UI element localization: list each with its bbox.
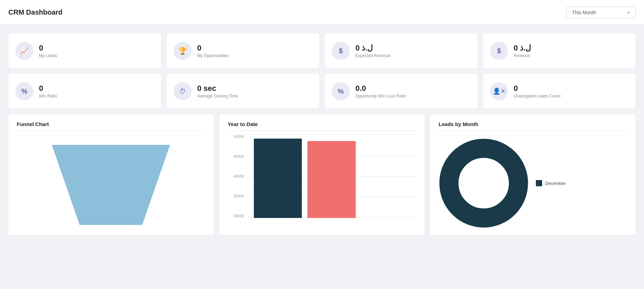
ytd-bars-body [247,134,417,218]
ytd-y-axis: 50000 45000 40000 35000 30000 [228,134,247,218]
trophy-icon: 🏆 [178,47,187,55]
period-selector[interactable]: This Month ▾ [566,7,636,18]
stat-card-unassigned-leads[interactable]: 👤✕ 0 Unassigned Leads Count [483,74,636,109]
stats-row-2: % 0 Win Ratio ⏱ 0 sec Average Closing Ti… [8,74,636,109]
avg-closing-label: Average Closing Time [197,94,238,99]
ytd-chart-card: Year to Date 50000 45000 40000 35000 300… [219,114,425,235]
stat-card-revenue[interactable]: $ 0 ل.ذ Revenue [483,33,636,68]
win-ratio-icon-wrap: % [15,82,33,100]
y-label-40000: 40000 [233,174,244,178]
page-title: CRM Dashboard [8,8,63,16]
donut-legend: December [536,180,566,186]
win-ratio-label: Win Ratio [39,94,57,99]
unassigned-label: Unassigned Leads Count [514,94,561,99]
dollar-icon-1: $ [339,47,343,55]
svg-marker-0 [52,145,170,225]
avg-closing-icon-wrap: ⏱ [174,82,192,100]
rev-label: Revenue [514,53,531,58]
leads-month-title: Leads by Month [438,121,627,131]
ytd-chart-title: Year to Date [228,121,417,131]
y-label-35000: 35000 [233,194,244,198]
legend-color-december [536,180,542,186]
y-label-50000: 50000 [233,134,244,139]
unassigned-value: 0 [514,84,561,93]
my-leads-icon-wrap: 📈 [15,42,33,60]
stats-row-1: 📈 0 My Leads 🏆 0 My Opportunities $ 0 ل. [8,33,636,68]
ytd-chart-body: 50000 45000 40000 35000 30000 [228,134,417,218]
percent-icon-1: % [21,87,27,95]
unassigned-icon-wrap: 👤✕ [490,82,508,100]
charts-row: Funnel Chart Year to Date 50000 45000 40… [8,114,636,235]
donut-svg [438,138,529,228]
avg-closing-value: 0 sec [197,84,238,93]
stat-card-my-leads[interactable]: 📈 0 My Leads [8,33,161,68]
rev-icon-wrap: $ [490,42,508,60]
period-label: This Month [572,10,596,15]
y-label-45000: 45000 [233,154,244,158]
funnel-chart-title: Funnel Chart [17,121,206,131]
my-opps-icon-wrap: 🏆 [174,42,192,60]
exp-rev-value: 0 ل.ذ [355,44,391,53]
funnel-chart-card: Funnel Chart [8,114,214,235]
bar-red [307,141,356,218]
funnel-visual [17,145,206,225]
my-leads-label: My Leads [39,53,57,58]
stat-card-avg-closing[interactable]: ⏱ 0 sec Average Closing Time [167,74,319,109]
dollar-icon-2: $ [497,47,501,55]
legend-december: December [536,180,566,186]
chevron-down-icon: ▾ [627,10,630,15]
opp-win-loss-value: 0.0 [355,84,406,93]
leads-donut-area: December [438,138,627,228]
rev-value: 0 ل.ذ [514,44,531,53]
opp-win-loss-icon-wrap: % [332,82,350,100]
clock-icon: ⏱ [179,87,186,95]
legend-label-december: December [545,181,566,186]
svg-point-2 [465,164,503,202]
funnel-svg [41,145,180,225]
exp-rev-icon-wrap: $ [332,42,350,60]
opp-win-loss-label: Opportunity Win Loss Ratio [355,94,406,99]
stat-card-my-opportunities[interactable]: 🏆 0 My Opportunities [167,33,319,68]
bar-teal [254,139,302,218]
my-opps-value: 0 [197,44,229,53]
exp-rev-label: Expected Revenue [355,53,391,58]
funnel-chart-body [17,134,206,225]
main-content: 📈 0 My Leads 🏆 0 My Opportunities $ 0 ل. [0,25,644,244]
ytd-bars-container [247,134,417,218]
my-opps-label: My Opportunities [197,53,229,58]
percent-icon-2: % [338,87,344,95]
stat-card-win-ratio[interactable]: % 0 Win Ratio [8,74,161,109]
y-label-30000: 30000 [233,214,244,218]
my-leads-value: 0 [39,44,57,53]
user-x-icon: 👤✕ [493,87,506,95]
leads-by-month-card: Leads by Month December [430,114,636,235]
stat-card-opp-win-loss[interactable]: % 0.0 Opportunity Win Loss Ratio [325,74,477,109]
stat-card-expected-revenue[interactable]: $ 0 ل.ذ Expected Revenue [325,33,477,68]
trending-up-icon: 📈 [20,47,29,55]
header: CRM Dashboard This Month ▾ [0,0,644,25]
win-ratio-value: 0 [39,84,57,93]
